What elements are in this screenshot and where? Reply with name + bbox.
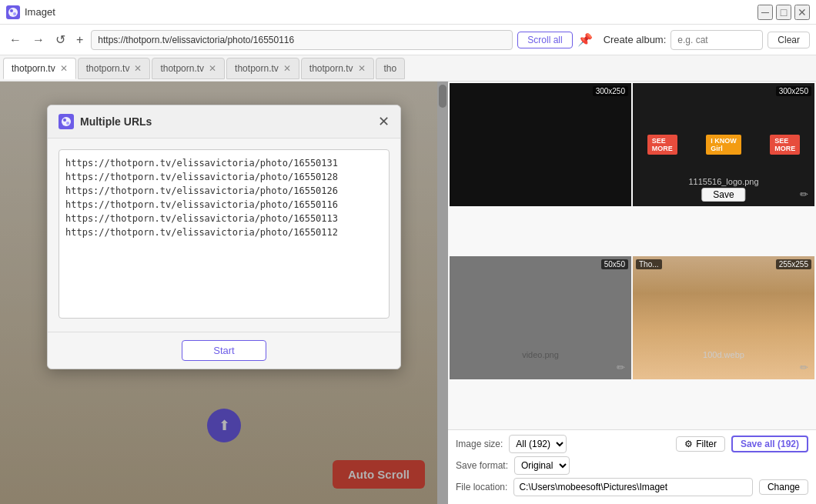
title-bar: Imaget ─ □ ✕ <box>0 0 816 25</box>
image-label-2: 1115516_logo.png <box>688 177 758 186</box>
filter-label: Filter <box>696 439 717 449</box>
right-panel: 300x250 SEEMORE I KNOWGirl SEEMORE 300x2… <box>448 82 816 504</box>
toolbar-row-3: File location: Change <box>456 478 808 496</box>
modal-icon <box>59 114 74 129</box>
image-label-3: video.png <box>522 350 559 359</box>
file-location-label: File location: <box>456 482 507 492</box>
modal-header: Multiple URLs ✕ <box>48 105 400 139</box>
save-format-label: Save format: <box>456 460 508 471</box>
pin-icon: 📌 <box>577 32 593 47</box>
image-size-select[interactable]: All (192) <box>509 435 567 453</box>
clear-button[interactable]: Clear <box>768 32 810 48</box>
tab-2-label: thotporn.tv <box>86 63 130 74</box>
tab-5-label: thotporn.tv <box>309 63 353 74</box>
main-content: ⬆ Auto Scroll Multiple URLs ✕ <box>0 82 816 504</box>
save-all-button[interactable]: Save all (192) <box>731 436 808 452</box>
tab-1-label: thotporn.tv <box>12 63 55 74</box>
modal-close-button[interactable]: ✕ <box>378 113 390 130</box>
tab-3-label: thotporn.tv <box>160 63 204 74</box>
title-bar-left: Imaget <box>6 5 55 19</box>
refresh-button[interactable]: ↺ <box>52 31 69 48</box>
edit-icon-2[interactable]: ✏ <box>800 189 808 200</box>
edit-icon-4[interactable]: ✏ <box>800 362 808 373</box>
image-label-4: 100d.webp <box>633 350 814 359</box>
album-area: Create album: <box>604 30 764 50</box>
svg-point-4 <box>63 118 66 122</box>
image-cell-4: Tho... 255x255 100d.webp ✏ <box>633 256 814 379</box>
image-cell-2: SEEMORE I KNOWGirl SEEMORE 300x250 11155… <box>633 83 814 206</box>
new-tab-button[interactable]: + <box>73 32 86 48</box>
multiple-urls-modal: Multiple URLs ✕ Start <box>47 105 401 369</box>
svg-point-3 <box>62 117 71 126</box>
close-button[interactable]: ✕ <box>794 5 810 20</box>
images-grid: 300x250 SEEMORE I KNOWGirl SEEMORE 300x2… <box>448 82 816 429</box>
edit-icon-3[interactable]: ✏ <box>617 362 625 373</box>
nav-bar: ← → ↺ + Scroll all 📌 Create album: Clear <box>0 25 816 55</box>
bottom-toolbar: Image size: All (192) ⚙ Filter Save all … <box>448 429 816 504</box>
file-location-input[interactable] <box>513 478 753 496</box>
tho-badge: Tho... <box>636 259 662 269</box>
back-button[interactable]: ← <box>6 32 25 48</box>
tab-4[interactable]: thotporn.tv ✕ <box>226 58 299 79</box>
tab-4-label: thotporn.tv <box>235 63 279 74</box>
forward-button[interactable]: → <box>29 32 48 48</box>
see-more-badge: SEEMORE <box>647 135 677 155</box>
title-bar-controls: ─ □ ✕ <box>757 5 810 20</box>
start-button[interactable]: Start <box>182 340 266 361</box>
toolbar-row-2: Save format: Original <box>456 456 808 475</box>
tab-2-close[interactable]: ✕ <box>134 63 142 74</box>
modal-footer: Start <box>48 332 400 369</box>
tab-4-close[interactable]: ✕ <box>283 63 291 74</box>
app-icon <box>6 5 20 19</box>
body-image <box>633 256 814 379</box>
album-input[interactable] <box>671 30 763 50</box>
tab-1-close[interactable]: ✕ <box>60 63 68 74</box>
url-textarea[interactable] <box>59 149 390 319</box>
filter-icon: ⚙ <box>684 439 693 449</box>
image-size-badge-1: 300x250 <box>593 86 628 96</box>
album-label: Create album: <box>604 34 667 45</box>
image-cell-3: 50x50 video.png ✏ <box>450 256 631 379</box>
toolbar-row-1: Image size: All (192) ⚙ Filter Save all … <box>456 435 808 453</box>
modal-title-text: Multiple URLs <box>80 115 152 128</box>
maximize-button[interactable]: □ <box>776 5 791 20</box>
svg-point-2 <box>13 12 16 15</box>
tab-3-close[interactable]: ✕ <box>209 63 216 74</box>
tab-1[interactable]: thotporn.tv ✕ <box>3 58 76 79</box>
image-size-badge-2: 300x250 <box>776 86 811 96</box>
know-girl-badge: I KNOWGirl <box>706 135 741 155</box>
scroll-all-button[interactable]: Scroll all <box>517 32 572 48</box>
tab-6-label: tho <box>384 63 397 74</box>
app-title: Imaget <box>25 6 55 18</box>
image-cell-1: 300x250 <box>450 83 631 206</box>
svg-point-5 <box>66 122 69 125</box>
tab-6-partial[interactable]: tho <box>376 58 406 79</box>
tab-3[interactable]: thotporn.tv ✕ <box>152 58 225 79</box>
tabs-bar: thotporn.tv ✕ thotporn.tv ✕ thotporn.tv … <box>0 55 816 82</box>
change-button[interactable]: Change <box>759 479 808 495</box>
svg-point-0 <box>8 8 18 17</box>
modal-title: Multiple URLs <box>59 114 152 129</box>
left-panel: ⬆ Auto Scroll Multiple URLs ✕ <box>0 82 448 504</box>
tab-2[interactable]: thotporn.tv ✕ <box>78 58 151 79</box>
image-size-badge-4: 255x255 <box>776 259 811 269</box>
modal-overlay: Multiple URLs ✕ Start <box>0 82 448 504</box>
address-input[interactable] <box>91 30 513 50</box>
tab-5[interactable]: thotporn.tv ✕ <box>301 58 374 79</box>
tab-5-close[interactable]: ✕ <box>358 63 366 74</box>
image-size-label: Image size: <box>456 439 503 449</box>
image-size-badge-3: 50x50 <box>601 259 628 269</box>
save-button-2[interactable]: Save <box>701 188 745 202</box>
modal-body <box>48 139 400 332</box>
see-more-badge-2: SEEMORE <box>770 135 800 155</box>
minimize-button[interactable]: ─ <box>757 5 773 20</box>
save-format-select[interactable]: Original <box>514 456 570 475</box>
filter-button[interactable]: ⚙ Filter <box>676 436 725 452</box>
svg-point-1 <box>10 9 13 12</box>
